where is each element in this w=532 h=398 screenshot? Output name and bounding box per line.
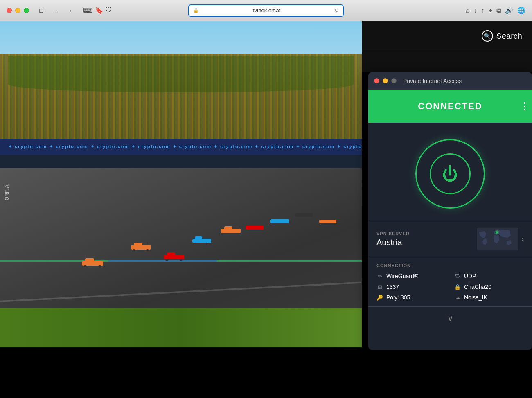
sidebar-toggle[interactable]: ⊟ bbox=[36, 5, 47, 16]
pia-server-section[interactable]: VPN SERVER Austria bbox=[368, 221, 532, 257]
server-chevron-icon: › bbox=[521, 235, 524, 243]
svg-point-1 bbox=[496, 231, 498, 234]
close-button[interactable] bbox=[7, 8, 12, 13]
pia-menu-button[interactable] bbox=[524, 102, 525, 110]
bookmark-icon[interactable]: 🔖 bbox=[95, 7, 103, 14]
sponsor-text: ✦ crypto.com ✦ crypto.com ✦ crypto.com ✦… bbox=[0, 144, 362, 149]
power-circle-outer: ⏻ bbox=[415, 139, 485, 209]
conn-transport: 🛡 UDP bbox=[454, 273, 524, 279]
port-icon: ⊞ bbox=[376, 284, 383, 290]
conn-auth: 🔑 Poly1305 bbox=[376, 294, 446, 301]
cipher-label: ChaCha20 bbox=[464, 283, 491, 290]
download-icon[interactable]: ↓ bbox=[474, 7, 477, 14]
wireguard-label: WireGuard® bbox=[386, 273, 418, 279]
pia-close-button[interactable] bbox=[374, 78, 379, 83]
translate-icon[interactable]: 🌐 bbox=[517, 7, 525, 14]
pia-connection-section: CONNECTION ✏ WireGuard® 🛡 UDP ⊞ 1337 🔒 bbox=[368, 257, 532, 306]
maximize-button[interactable] bbox=[24, 8, 29, 13]
server-info: VPN SERVER Austria bbox=[376, 231, 477, 247]
grandstand bbox=[0, 54, 362, 145]
minimize-button[interactable] bbox=[15, 8, 20, 13]
address-bar-container: 🔒 tvthek.orf.at ↻ bbox=[188, 4, 344, 17]
pia-expand-button[interactable] bbox=[391, 78, 397, 83]
expand-down-icon[interactable]: ∨ bbox=[447, 313, 453, 323]
power-button[interactable]: ⏻ bbox=[430, 153, 471, 194]
site-wrapper: ORF TVTHEK 🔍 Search Favorites Missed shi… bbox=[0, 21, 532, 398]
nav-controls: ⊟ ‹ › ⌨ 🔖 🛡 bbox=[36, 5, 112, 16]
video-content: ✦ crypto.com ✦ crypto.com ✦ crypto.com ✦… bbox=[0, 21, 362, 347]
port-label: 1337 bbox=[386, 283, 399, 290]
back-button[interactable]: ‹ bbox=[50, 5, 62, 16]
search-button[interactable]: 🔍 Search bbox=[482, 30, 522, 42]
search-label: Search bbox=[496, 31, 522, 41]
menu-dot-3 bbox=[524, 109, 525, 110]
conn-cipher: 🔒 ChaCha20 bbox=[454, 283, 524, 290]
auth-label: Poly1305 bbox=[386, 294, 410, 301]
forward-button[interactable]: › bbox=[65, 5, 77, 16]
vpn-server-label: VPN SERVER bbox=[376, 231, 477, 236]
udp-label: UDP bbox=[464, 273, 476, 279]
conn-port: ⊞ 1337 bbox=[376, 283, 446, 290]
video-player[interactable]: ✦ crypto.com ✦ crypto.com ✦ crypto.com ✦… bbox=[0, 21, 362, 347]
power-icon: ⏻ bbox=[442, 166, 458, 182]
auth-icon: 🔑 bbox=[376, 295, 383, 301]
orf-watermark: ORF. A bbox=[4, 184, 10, 200]
browser-nav: ⊟ ‹ › bbox=[36, 5, 77, 16]
pia-title-bar: Private Internet Access bbox=[368, 72, 532, 90]
url-display[interactable]: tvthek.orf.at bbox=[201, 7, 332, 13]
wireguard-icon: ✏ bbox=[376, 273, 383, 279]
world-map-svg bbox=[477, 228, 518, 250]
vpn-server-name: Austria bbox=[376, 238, 477, 247]
tab-overview-icon[interactable]: ⧉ bbox=[496, 7, 501, 14]
pia-title: Private Internet Access bbox=[403, 78, 462, 84]
traffic-lights bbox=[7, 8, 29, 13]
new-tab-icon[interactable]: + bbox=[489, 7, 492, 14]
pia-minimize-button[interactable] bbox=[383, 78, 388, 83]
conn-handshake: ☁ Noise_IK bbox=[454, 294, 524, 301]
pia-connected-status: CONNECTED bbox=[418, 101, 482, 112]
pia-bottom: ∨ bbox=[368, 307, 532, 330]
grass-area bbox=[0, 308, 362, 347]
shield-icon: 🛡 bbox=[106, 7, 112, 14]
home-icon[interactable]: ⌂ bbox=[466, 7, 470, 14]
connection-label: CONNECTION bbox=[376, 263, 524, 268]
udp-icon: 🛡 bbox=[454, 273, 461, 279]
menu-dot-2 bbox=[524, 106, 525, 107]
cipher-icon: 🔒 bbox=[454, 284, 461, 290]
handshake-label: Noise_IK bbox=[464, 294, 487, 301]
magnifier-icon: 🔍 bbox=[484, 33, 491, 39]
connection-grid: ✏ WireGuard® 🛡 UDP ⊞ 1337 🔒 ChaCha20 bbox=[376, 273, 524, 301]
ssl-lock-icon: 🔒 bbox=[193, 8, 199, 13]
toolbar-right: ⌂ ↓ ↑ + ⧉ 🔊 🌐 bbox=[466, 7, 525, 14]
conn-protocol: ✏ WireGuard® bbox=[376, 273, 446, 279]
address-bar[interactable]: 🔒 tvthek.orf.at ↻ bbox=[188, 4, 344, 17]
share-icon[interactable]: ↑ bbox=[481, 7, 485, 14]
audio-icon[interactable]: 🔊 bbox=[505, 7, 513, 14]
pia-window: Private Internet Access CONNECTED ⏻ VPN … bbox=[368, 72, 532, 350]
pia-connected-bar: CONNECTED bbox=[368, 90, 532, 123]
menu-dot-1 bbox=[524, 102, 525, 104]
handshake-icon: ☁ bbox=[454, 295, 461, 301]
pia-power-section: ⏻ bbox=[368, 123, 532, 221]
world-map bbox=[477, 228, 518, 250]
sponsor-banner: ✦ crypto.com ✦ crypto.com ✦ crypto.com ✦… bbox=[0, 139, 362, 155]
wifi-icon: ⌨ bbox=[83, 7, 92, 14]
search-circle-icon: 🔍 bbox=[482, 30, 493, 42]
reload-icon[interactable]: ↻ bbox=[334, 7, 339, 13]
toolbar-icons: ⌨ 🔖 🛡 bbox=[83, 7, 112, 14]
title-bar: ⊟ ‹ › ⌨ 🔖 🛡 🔒 tvthek.orf.at ↻ ⌂ ↓ ↑ + ⧉ … bbox=[0, 0, 532, 21]
